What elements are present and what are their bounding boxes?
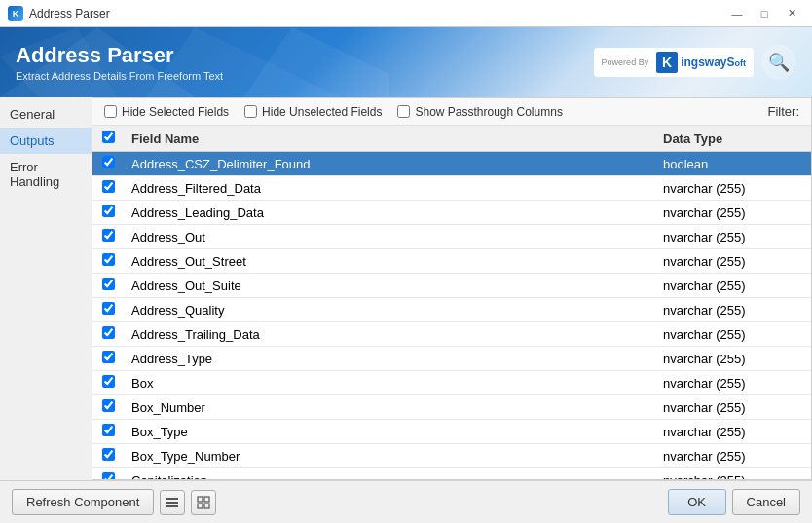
window-controls: — □ ✕ xyxy=(724,4,804,23)
close-button[interactable]: ✕ xyxy=(779,4,804,23)
svg-rect-1 xyxy=(166,502,178,504)
content-area: Hide Selected Fields Hide Unselected Fie… xyxy=(92,97,812,480)
app-icon: K xyxy=(8,6,23,21)
logo-box: Powered By K ingswaySoft xyxy=(594,48,754,77)
row-checkbox[interactable] xyxy=(102,253,115,266)
table-row[interactable]: Box_Type_Number nvarchar (255) xyxy=(92,444,811,468)
sidebar-item-error-handling[interactable]: Error Handling xyxy=(0,154,92,195)
field-name-cell: Address_Trailing_Data xyxy=(124,322,655,347)
brand-name: ingswaySoft xyxy=(681,56,746,69)
table-row[interactable]: Address_CSZ_Delimiter_Found boolean xyxy=(92,152,811,176)
fields-table: Field Name Data Type Address_CSZ_Delimit… xyxy=(92,126,811,479)
show-passthrough-checkbox[interactable] xyxy=(397,105,410,118)
title-bar: K Address Parser — □ ✕ xyxy=(0,0,812,27)
row-checkbox[interactable] xyxy=(102,156,115,168)
field-name-cell: Box_Type xyxy=(124,420,655,444)
row-checkbox-cell[interactable] xyxy=(92,468,124,480)
app-subtitle: Extract Address Details From Freeform Te… xyxy=(16,70,223,82)
fields-table-container[interactable]: Field Name Data Type Address_CSZ_Delimit… xyxy=(92,126,811,479)
field-name-cell: Box_Number xyxy=(124,395,655,420)
row-checkbox[interactable] xyxy=(102,375,115,388)
show-passthrough-checkbox-label[interactable]: Show Passthrough Columns xyxy=(397,105,562,119)
sidebar-item-outputs[interactable]: Outputs xyxy=(0,128,92,154)
row-checkbox[interactable] xyxy=(102,351,115,363)
logo-area: Powered By K ingswaySoft xyxy=(594,48,754,77)
row-checkbox-cell[interactable] xyxy=(92,347,124,371)
header: Address Parser Extract Address Details F… xyxy=(0,27,812,97)
hide-unselected-label: Hide Unselected Fields xyxy=(262,105,382,119)
sidebar-item-general[interactable]: General xyxy=(0,101,92,128)
search-icon: 🔍 xyxy=(761,45,796,80)
table-row[interactable]: Box_Type nvarchar (255) xyxy=(92,420,811,444)
row-checkbox-cell[interactable] xyxy=(92,274,124,298)
data-type-cell: nvarchar (255) xyxy=(655,225,811,249)
row-checkbox[interactable] xyxy=(102,229,115,242)
row-checkbox-cell[interactable] xyxy=(92,176,124,201)
table-row[interactable]: Address_Out_Street nvarchar (255) xyxy=(92,249,811,274)
row-checkbox-cell[interactable] xyxy=(92,322,124,347)
icon-button-1[interactable] xyxy=(160,490,185,515)
field-name-cell: Box xyxy=(124,371,655,395)
data-type-cell: nvarchar (255) xyxy=(655,444,811,468)
grid-icon xyxy=(197,496,210,509)
toolbar: Hide Selected Fields Hide Unselected Fie… xyxy=(92,98,811,126)
title-bar-text: Address Parser xyxy=(29,7,724,20)
data-type-cell: nvarchar (255) xyxy=(655,347,811,371)
row-checkbox-cell[interactable] xyxy=(92,201,124,225)
row-checkbox-cell[interactable] xyxy=(92,152,124,176)
icon-button-2[interactable] xyxy=(191,490,216,515)
hide-selected-label: Hide Selected Fields xyxy=(122,105,229,119)
field-name-cell: Address_Filtered_Data xyxy=(124,176,655,201)
data-type-cell: nvarchar (255) xyxy=(655,274,811,298)
table-row[interactable]: Address_Type nvarchar (255) xyxy=(92,347,811,371)
row-checkbox[interactable] xyxy=(102,326,115,339)
row-checkbox-cell[interactable] xyxy=(92,420,124,444)
row-checkbox[interactable] xyxy=(102,278,115,290)
svg-rect-5 xyxy=(198,504,203,508)
row-checkbox[interactable] xyxy=(102,180,115,193)
data-type-cell: boolean xyxy=(655,152,811,176)
col-data-type: Data Type xyxy=(655,126,811,152)
field-name-cell: Address_Quality xyxy=(124,298,655,322)
table-row[interactable]: Address_Out_Suite nvarchar (255) xyxy=(92,274,811,298)
hide-selected-checkbox[interactable] xyxy=(104,105,117,118)
table-row[interactable]: Box_Number nvarchar (255) xyxy=(92,395,811,420)
table-row[interactable]: Address_Leading_Data nvarchar (255) xyxy=(92,201,811,225)
row-checkbox[interactable] xyxy=(102,302,115,315)
row-checkbox[interactable] xyxy=(102,205,115,217)
table-body: Address_CSZ_Delimiter_Found boolean Addr… xyxy=(92,152,811,480)
row-checkbox-cell[interactable] xyxy=(92,444,124,468)
col-field-name: Field Name xyxy=(124,126,655,152)
view-icon xyxy=(166,496,179,509)
table-row[interactable]: Address_Filtered_Data nvarchar (255) xyxy=(92,176,811,201)
field-name-cell: Address_Type xyxy=(124,347,655,371)
table-row[interactable]: Address_Quality nvarchar (255) xyxy=(92,298,811,322)
row-checkbox-cell[interactable] xyxy=(92,371,124,395)
row-checkbox-cell[interactable] xyxy=(92,298,124,322)
table-row[interactable]: Box nvarchar (255) xyxy=(92,371,811,395)
refresh-component-button[interactable]: Refresh Component xyxy=(12,489,154,515)
data-type-cell: nvarchar (255) xyxy=(655,322,811,347)
hide-unselected-checkbox-label[interactable]: Hide Unselected Fields xyxy=(244,105,382,119)
ok-button[interactable]: OK xyxy=(668,489,726,515)
hide-selected-checkbox-label[interactable]: Hide Selected Fields xyxy=(104,105,229,119)
row-checkbox[interactable] xyxy=(102,399,115,412)
minimize-button[interactable]: — xyxy=(724,4,750,23)
row-checkbox-cell[interactable] xyxy=(92,225,124,249)
header-title-block: Address Parser Extract Address Details F… xyxy=(16,43,223,82)
row-checkbox-cell[interactable] xyxy=(92,395,124,420)
sidebar: General Outputs Error Handling xyxy=(0,97,92,480)
cancel-button[interactable]: Cancel xyxy=(732,489,800,515)
row-checkbox-cell[interactable] xyxy=(92,249,124,274)
select-all-checkbox[interactable] xyxy=(102,131,115,143)
field-name-cell: Address_Out_Suite xyxy=(124,274,655,298)
table-row[interactable]: Address_Out nvarchar (255) xyxy=(92,225,811,249)
row-checkbox[interactable] xyxy=(102,448,115,461)
maximize-button[interactable]: □ xyxy=(752,4,777,23)
hide-unselected-checkbox[interactable] xyxy=(244,105,257,118)
field-name-cell: Box_Type_Number xyxy=(124,444,655,468)
table-row[interactable]: Capitalization nvarchar (255) xyxy=(92,468,811,480)
row-checkbox[interactable] xyxy=(102,472,115,479)
row-checkbox[interactable] xyxy=(102,424,115,436)
table-row[interactable]: Address_Trailing_Data nvarchar (255) xyxy=(92,322,811,347)
